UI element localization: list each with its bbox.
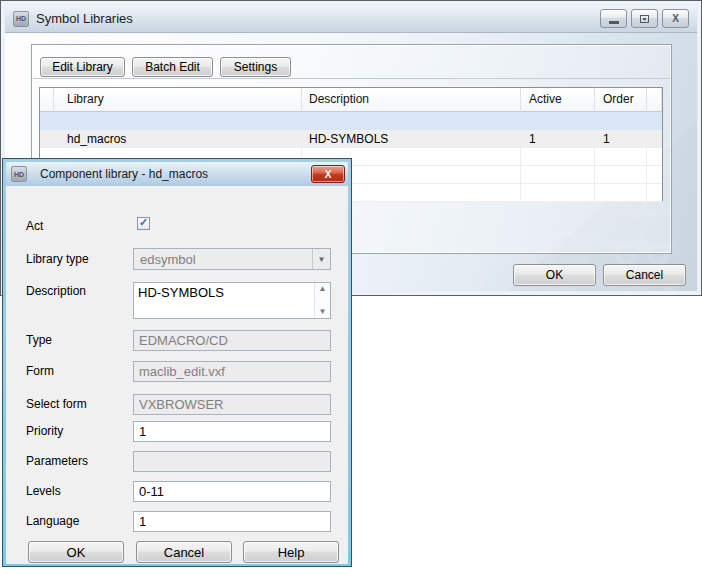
chevron-down-icon: ▼ — [318, 255, 326, 264]
settings-button[interactable]: Settings — [220, 57, 291, 77]
priority-field[interactable] — [133, 421, 331, 442]
dialog-cancel-button[interactable]: Cancel — [136, 541, 232, 563]
window-controls: X — [600, 9, 689, 28]
column-header-filler — [647, 88, 662, 112]
type-label: Type — [26, 333, 52, 347]
ok-button[interactable]: OK — [513, 264, 596, 286]
cell-filler — [647, 130, 662, 148]
row-selector-header — [40, 88, 54, 112]
close-icon: X — [672, 14, 679, 24]
priority-label: Priority — [26, 424, 63, 438]
window-title: Symbol Libraries — [36, 11, 133, 26]
cell-order[interactable] — [595, 148, 647, 166]
dialog-close-button[interactable]: X — [311, 165, 345, 183]
act-label: Act — [26, 219, 43, 233]
column-header-library[interactable]: Library — [54, 88, 302, 112]
dialog-title: Component library - hd_macros — [40, 167, 208, 181]
cell-active[interactable] — [521, 166, 595, 184]
cell-active[interactable] — [521, 112, 595, 130]
restore-icon — [640, 15, 649, 23]
dialog-ok-button[interactable]: OK — [28, 541, 124, 563]
row-selector-cell[interactable] — [40, 130, 54, 148]
cell-description[interactable]: HD-SYMBOLS — [302, 130, 521, 148]
cell-active[interactable] — [521, 184, 595, 202]
minimize-icon — [609, 21, 619, 24]
scroll-up-icon[interactable]: ▲ — [319, 285, 327, 293]
cell-order[interactable] — [595, 166, 647, 184]
combo-dropdown-button: ▼ — [312, 249, 330, 269]
cell-order[interactable]: 1 — [595, 130, 647, 148]
cell-description[interactable] — [302, 112, 521, 130]
cell-order[interactable] — [595, 112, 647, 130]
levels-field[interactable] — [133, 481, 331, 502]
component-library-dialog: HD Component library - hd_macros X Act ✓… — [2, 158, 352, 567]
restore-button[interactable] — [631, 9, 658, 28]
language-field[interactable] — [133, 511, 331, 532]
check-icon: ✓ — [139, 217, 148, 228]
act-checkbox[interactable]: ✓ — [137, 217, 150, 230]
table-row[interactable]: hd_macros HD-SYMBOLS 1 1 — [40, 130, 662, 148]
close-button[interactable]: X — [662, 9, 689, 28]
select-form-label: Select form — [26, 397, 87, 411]
cell-library[interactable] — [54, 112, 302, 130]
column-header-active[interactable]: Active — [521, 88, 595, 112]
levels-label: Levels — [26, 484, 61, 498]
description-label: Description — [26, 284, 86, 298]
cell-active[interactable]: 1 — [521, 130, 595, 148]
select-form-field — [133, 394, 331, 415]
form-label: Form — [26, 364, 54, 378]
column-header-order[interactable]: Order — [595, 88, 647, 112]
type-field — [133, 330, 331, 351]
edit-library-button[interactable]: Edit Library — [40, 57, 125, 77]
scroll-down-icon[interactable]: ▼ — [319, 308, 327, 316]
app-icon: HD — [13, 11, 29, 27]
batch-edit-button[interactable]: Batch Edit — [132, 57, 213, 77]
minimize-button[interactable] — [600, 9, 627, 28]
dialog-client-area: Act ✓ Library type edsymbol ▼ Descriptio… — [6, 186, 348, 564]
language-label: Language — [26, 514, 79, 528]
desktop: HD Symbol Libraries X Edit — [0, 0, 702, 574]
panel-separator — [33, 78, 670, 79]
cell-filler — [647, 148, 662, 166]
cancel-button[interactable]: Cancel — [603, 264, 686, 286]
form-field — [133, 361, 331, 382]
dialog-icon: HD — [11, 166, 27, 182]
parameters-field — [133, 451, 331, 472]
cell-filler — [647, 184, 662, 202]
library-type-combo: edsymbol ▼ — [133, 248, 331, 270]
cell-order[interactable] — [595, 184, 647, 202]
library-type-value: edsymbol — [134, 252, 312, 267]
table-row[interactable] — [40, 112, 662, 130]
description-field-wrap: HD-SYMBOLS ▲ ▼ — [133, 282, 331, 319]
cell-active[interactable] — [521, 148, 595, 166]
description-scrollbar[interactable]: ▲ ▼ — [314, 283, 330, 318]
parameters-label: Parameters — [26, 454, 88, 468]
description-textarea[interactable]: HD-SYMBOLS — [134, 283, 314, 318]
titlebar[interactable]: HD Symbol Libraries X — [5, 5, 697, 33]
cell-filler — [647, 166, 662, 184]
row-selector-cell[interactable] — [40, 112, 54, 130]
table-header-row: Library Description Active Order — [40, 88, 662, 112]
dialog-titlebar[interactable]: HD Component library - hd_macros X — [6, 162, 348, 186]
library-type-label: Library type — [26, 252, 89, 266]
cell-library[interactable]: hd_macros — [54, 130, 302, 148]
dialog-help-button[interactable]: Help — [243, 541, 339, 563]
column-header-description[interactable]: Description — [302, 88, 521, 112]
cell-filler — [647, 112, 662, 130]
